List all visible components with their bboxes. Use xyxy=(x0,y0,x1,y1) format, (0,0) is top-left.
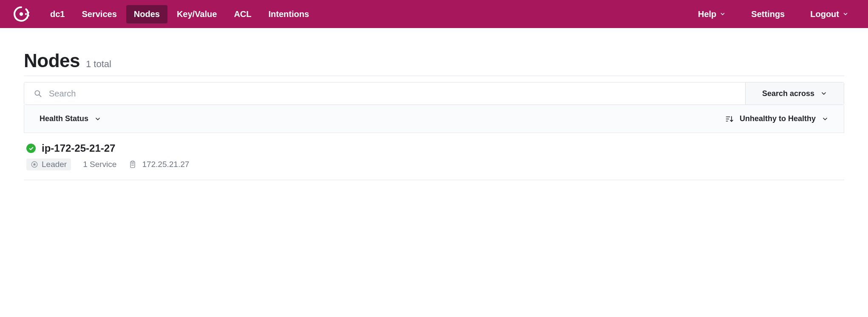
page-title: Nodes xyxy=(24,50,80,71)
primary-nav: dc1 Services Nodes Key/Value ACL Intenti… xyxy=(43,5,317,23)
star-circle-icon xyxy=(31,161,38,168)
svg-point-5 xyxy=(27,17,28,18)
node-row[interactable]: ip-172-25-21-27 Leader 1 Service xyxy=(24,133,844,180)
page-count: 1 total xyxy=(86,59,111,70)
node-ip[interactable]: 172.25.21.27 xyxy=(128,160,189,169)
svg-point-4 xyxy=(27,9,28,11)
nav-settings[interactable]: Settings xyxy=(743,5,792,23)
filter-bar: Health Status Unhealthy to Healthy xyxy=(24,105,844,133)
sort-icon xyxy=(725,115,734,123)
datacenter-selector[interactable]: dc1 xyxy=(43,5,72,23)
chevron-down-icon xyxy=(842,11,848,17)
chevron-down-icon xyxy=(720,11,726,17)
svg-rect-14 xyxy=(132,161,134,162)
search-icon xyxy=(34,89,42,98)
nav-acl[interactable]: ACL xyxy=(226,5,259,23)
consul-logo[interactable] xyxy=(12,5,31,23)
health-status-filter[interactable]: Health Status xyxy=(40,114,101,123)
svg-point-0 xyxy=(20,12,23,16)
chevron-down-icon xyxy=(94,116,101,122)
svg-point-2 xyxy=(28,11,29,13)
search-box[interactable] xyxy=(24,82,745,105)
node-meta: Leader 1 Service 172.25.21.27 xyxy=(26,158,842,170)
search-input[interactable] xyxy=(49,89,736,99)
nav-intentions[interactable]: Intentions xyxy=(261,5,317,23)
nav-nodes[interactable]: Nodes xyxy=(126,5,167,23)
main-content: Nodes 1 total Search across Health Statu… xyxy=(0,28,868,197)
search-across-dropdown[interactable]: Search across xyxy=(745,82,844,105)
nav-services[interactable]: Services xyxy=(74,5,124,23)
health-status-label: Health Status xyxy=(40,114,88,123)
clipboard-icon xyxy=(128,160,137,169)
svg-point-3 xyxy=(28,15,29,16)
leader-label: Leader xyxy=(42,160,67,169)
nav-help-label: Help xyxy=(698,9,716,19)
node-services-count: 1 Service xyxy=(83,160,116,169)
svg-point-1 xyxy=(25,13,27,15)
secondary-nav: Help Settings Logout xyxy=(690,5,856,23)
status-passing-icon xyxy=(26,144,36,153)
chevron-down-icon xyxy=(820,90,827,97)
nav-logout-label: Logout xyxy=(810,9,839,19)
search-across-label: Search across xyxy=(762,89,814,98)
node-ip-text: 172.25.21.27 xyxy=(142,160,189,169)
nav-help[interactable]: Help xyxy=(690,5,733,23)
chevron-down-icon xyxy=(822,116,828,122)
svg-line-7 xyxy=(39,95,41,97)
node-name: ip-172-25-21-27 xyxy=(42,142,115,154)
nav-logout[interactable]: Logout xyxy=(803,5,856,23)
top-navbar: dc1 Services Nodes Key/Value ACL Intenti… xyxy=(0,0,868,28)
search-bar: Search across xyxy=(24,82,844,105)
nav-settings-label: Settings xyxy=(751,9,785,19)
nav-keyvalue[interactable]: Key/Value xyxy=(169,5,225,23)
sort-dropdown[interactable]: Unhealthy to Healthy xyxy=(725,114,828,123)
node-head: ip-172-25-21-27 xyxy=(26,142,842,154)
page-header: Nodes 1 total xyxy=(24,50,844,76)
sort-label: Unhealthy to Healthy xyxy=(740,114,816,123)
leader-badge: Leader xyxy=(26,158,71,170)
